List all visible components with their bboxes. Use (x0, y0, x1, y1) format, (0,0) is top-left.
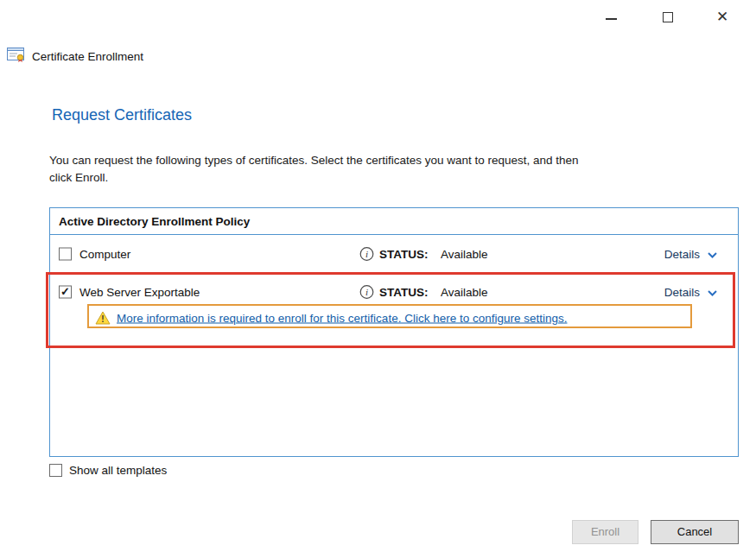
certificate-row-computer: Computer i STATUS: Available Details (50, 243, 738, 265)
show-all-templates-label: Show all templates (69, 464, 167, 477)
svg-text:i: i (365, 287, 368, 297)
enroll-button[interactable]: Enroll (572, 520, 638, 544)
more-information-row: ! More information is required to enroll… (50, 306, 738, 329)
chevron-down-icon (708, 284, 717, 300)
chevron-down-icon (708, 246, 717, 262)
certificate-enrollment-icon (7, 48, 25, 66)
titlebar: Certificate Enrollment (7, 48, 143, 66)
cancel-button[interactable]: Cancel (651, 520, 739, 544)
status-value: Available (441, 248, 488, 261)
details-label: Details (664, 286, 700, 299)
svg-text:i: i (365, 249, 368, 259)
certificate-row-web-server-exportable: Web Server Exportable i STATUS: Availabl… (50, 281, 738, 303)
enrollment-policy-panel: Active Directory Enrollment Policy Compu… (49, 207, 739, 457)
certificate-name: Web Server Exportable (79, 286, 200, 299)
close-button[interactable]: ✕ (716, 9, 728, 26)
minimize-button[interactable] (606, 18, 617, 20)
warning-icon: ! (95, 311, 111, 325)
status-label: STATUS: (379, 286, 429, 299)
window-title: Certificate Enrollment (32, 50, 143, 63)
description-line-2: click Enroll. (49, 169, 579, 187)
web-server-exportable-checkbox[interactable] (59, 286, 72, 299)
page-title: Request Certificates (52, 106, 192, 124)
show-all-templates-checkbox[interactable] (49, 464, 62, 477)
details-label: Details (664, 248, 700, 261)
status-label: STATUS: (379, 248, 429, 261)
svg-text:!: ! (101, 314, 104, 324)
page-description: You can request the following types of c… (49, 152, 579, 187)
configure-settings-link[interactable]: More information is required to enroll f… (117, 311, 567, 324)
maximize-button[interactable] (663, 12, 673, 22)
policy-panel-header: Active Directory Enrollment Policy (50, 208, 738, 235)
info-icon: i (359, 247, 374, 262)
show-all-templates: Show all templates (49, 464, 167, 477)
computer-checkbox[interactable] (59, 248, 72, 261)
details-link[interactable]: Details (664, 284, 717, 300)
info-icon: i (359, 285, 374, 300)
details-link[interactable]: Details (664, 246, 717, 262)
certificate-name: Computer (79, 248, 130, 261)
certificate-enrollment-window: ✕ Certificate Enrollment Request Certifi… (0, 0, 756, 558)
description-line-1: You can request the following types of c… (49, 152, 579, 169)
status-value: Available (441, 286, 488, 299)
